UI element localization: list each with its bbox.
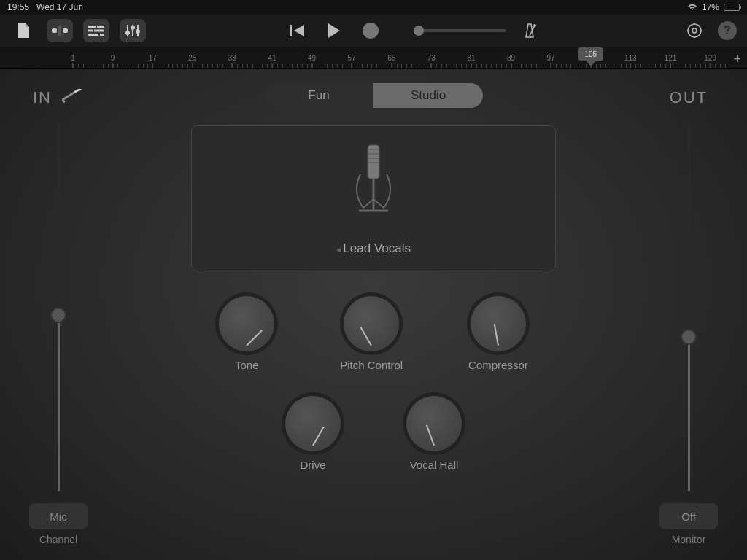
seg-studio[interactable]: Studio [374, 83, 483, 108]
knob-compressor[interactable]: Compressor [468, 296, 528, 371]
svg-rect-7 [88, 34, 98, 36]
transport [285, 19, 543, 42]
metronome-button[interactable] [516, 19, 543, 42]
status-time: 19:55 [7, 2, 29, 12]
channel-label: Channel [39, 534, 77, 545]
svg-rect-0 [52, 28, 57, 33]
preset-selector[interactable]: Lead Vocals [191, 125, 556, 271]
playhead[interactable]: 105 [578, 47, 603, 66]
add-section-button[interactable]: + [733, 52, 741, 67]
status-right: 17% [687, 2, 740, 12]
status-bar: 19:55 Wed 17 Jun 17% [0, 0, 747, 15]
wifi-icon [687, 4, 697, 11]
svg-rect-16 [368, 145, 379, 179]
input-level-thumb[interactable] [50, 307, 66, 323]
svg-point-10 [131, 26, 135, 30]
svg-point-11 [136, 29, 140, 34]
preset-name: Lead Vocals [336, 241, 411, 256]
mode-segmented: Fun Studio [264, 83, 483, 108]
svg-rect-5 [88, 30, 93, 32]
ruler-tick: 17 [149, 54, 157, 68]
toolbar-right: ? [681, 19, 737, 42]
knob-drive[interactable]: Drive [285, 396, 341, 471]
svg-rect-1 [58, 26, 61, 36]
ruler-tick: 1 [71, 54, 75, 68]
ruler-tick: 65 [387, 54, 395, 68]
svg-rect-8 [100, 34, 104, 36]
svg-rect-12 [290, 25, 292, 36]
ruler-tick: 41 [268, 54, 276, 68]
input-level-fill [58, 315, 60, 491]
record-icon [363, 23, 379, 39]
output-level-thumb[interactable] [681, 329, 697, 345]
song-position-slider[interactable] [419, 29, 506, 32]
knob-label: Vocal Hall [410, 459, 459, 471]
record-button[interactable] [357, 19, 384, 42]
ruler-tick: 89 [507, 54, 515, 68]
center-panel: Fun Studio Lead Vocals TonePitch Control… [117, 83, 630, 545]
ruler-tick: 9 [111, 54, 115, 68]
knob-label: Drive [300, 459, 325, 471]
toolbar: ? [0, 15, 747, 47]
play-button[interactable] [321, 19, 347, 42]
song-position-thumb[interactable] [414, 26, 424, 36]
input-level-slider[interactable] [58, 124, 60, 491]
in-label: IN [33, 88, 52, 107]
knob-vocal-hall[interactable]: Vocal Hall [406, 396, 462, 471]
output-level-slider[interactable] [688, 124, 690, 491]
ruler-tick: 49 [308, 54, 316, 68]
ruler-tick: 81 [467, 54, 475, 68]
ruler-tick: 57 [348, 54, 356, 68]
channel-mic-button[interactable]: Mic [29, 503, 88, 529]
settings-button[interactable] [681, 19, 708, 42]
main-area: IN Mic Channel OUT Off Monitor Fun Studi… [0, 69, 747, 560]
tracks-button[interactable] [83, 19, 109, 42]
svg-point-13 [533, 24, 536, 27]
rewind-button[interactable] [285, 19, 311, 42]
knob-label: Tone [235, 359, 259, 371]
svg-point-9 [125, 31, 130, 35]
knob-label: Pitch Control [340, 359, 403, 371]
ruler-tick: 25 [188, 54, 196, 68]
microphone-icon [344, 141, 403, 231]
out-label: OUT [670, 88, 708, 107]
output-level-fill [688, 337, 690, 491]
ruler-tick: 97 [547, 54, 555, 68]
battery-percent: 17% [702, 2, 719, 12]
output-panel: OUT Off Monitor [645, 83, 732, 545]
monitor-label: Monitor [672, 534, 706, 545]
timeline-ruler[interactable]: 191725334149576573818997105113121129105 … [0, 47, 747, 69]
ruler-tick: 73 [427, 54, 436, 68]
svg-rect-4 [97, 26, 104, 28]
status-datetime: 19:55 Wed 17 Jun [7, 2, 83, 12]
knob-tone[interactable]: Tone [219, 296, 274, 371]
monitor-off-button[interactable]: Off [659, 503, 718, 529]
ruler-tick: 33 [228, 54, 236, 68]
svg-point-15 [692, 28, 697, 33]
svg-point-14 [688, 24, 701, 37]
battery-icon [724, 4, 740, 11]
my-songs-button[interactable] [10, 19, 36, 42]
svg-rect-3 [88, 26, 96, 28]
toolbar-left [10, 19, 146, 42]
seg-fun[interactable]: Fun [264, 83, 374, 108]
svg-rect-2 [63, 28, 68, 33]
knob-rows: TonePitch ControlCompressor DriveVocal H… [219, 296, 528, 471]
help-button[interactable]: ? [718, 21, 737, 40]
input-panel: IN Mic Channel [15, 83, 102, 545]
ruler-tick: 121 [665, 54, 677, 68]
status-date: Wed 17 Jun [36, 2, 83, 12]
browser-button[interactable] [47, 19, 73, 42]
ruler-tick: 129 [704, 54, 716, 68]
knob-label: Compressor [468, 359, 528, 371]
track-controls-button[interactable] [120, 19, 146, 42]
svg-rect-6 [94, 30, 104, 32]
ruler-tick: 113 [624, 54, 637, 68]
knob-pitch-control[interactable]: Pitch Control [340, 296, 403, 371]
input-jack-icon[interactable] [62, 89, 84, 106]
